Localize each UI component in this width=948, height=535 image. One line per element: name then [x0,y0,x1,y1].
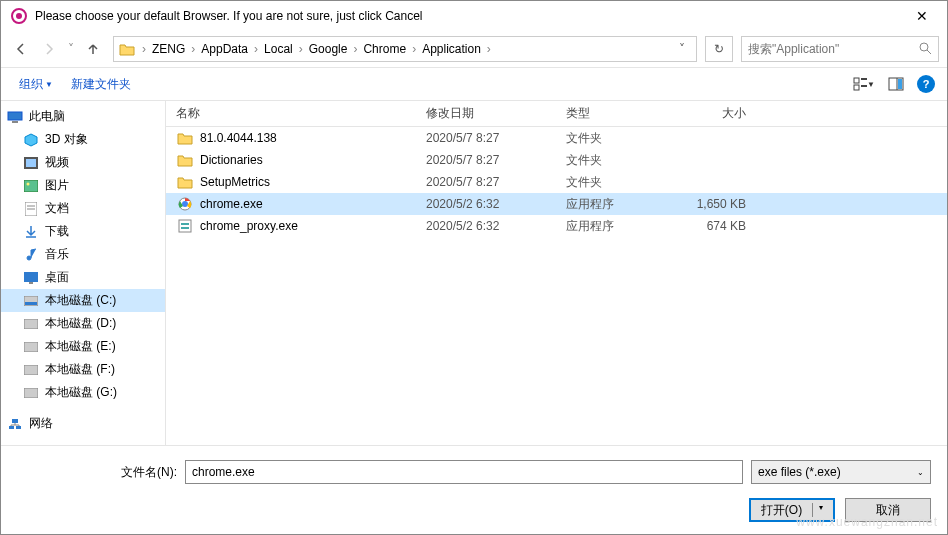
svg-rect-15 [24,180,38,192]
filename-input[interactable] [185,460,743,484]
drive-icon [23,385,39,401]
open-button[interactable]: 打开(O)▾ [749,498,835,522]
breadcrumb[interactable]: Chrome [359,42,410,56]
breadcrumb[interactable]: Local [260,42,297,56]
document-icon [23,201,39,217]
file-row[interactable]: chrome.exe2020/5/2 6:32应用程序1,650 KB [166,193,947,215]
column-type[interactable]: 类型 [566,105,676,122]
breadcrumb[interactable]: Google [305,42,352,56]
recent-dropdown[interactable]: ˅ [65,42,77,56]
sidebar-item-drive-e[interactable]: 本地磁盘 (E:) [1,335,165,358]
svg-rect-21 [29,282,33,284]
breadcrumb[interactable]: ZENG [148,42,189,56]
filetype-filter[interactable]: exe files (*.exe) ⌄ [751,460,931,484]
file-row[interactable]: chrome_proxy.exe2020/5/2 6:32应用程序674 KB [166,215,947,237]
folder-icon [176,130,194,146]
breadcrumb[interactable]: AppData [197,42,252,56]
sidebar-item-videos[interactable]: 视频 [1,151,165,174]
sidebar-item-music[interactable]: 音乐 [1,243,165,266]
sidebar-item-pc[interactable]: 此电脑 [1,105,165,128]
svg-rect-6 [854,85,859,90]
back-button[interactable] [9,37,33,61]
svg-point-1 [16,13,22,19]
column-date[interactable]: 修改日期 [426,105,566,122]
cancel-button[interactable]: 取消 [845,498,931,522]
svg-rect-34 [181,223,189,225]
preview-pane-button[interactable] [885,73,907,95]
close-button[interactable]: ✕ [907,8,937,24]
sidebar-item-drive-f[interactable]: 本地磁盘 (F:) [1,358,165,381]
search-icon [918,41,932,58]
address-bar[interactable]: › ZENG› AppData› Local› Google› Chrome› … [113,36,697,62]
svg-point-32 [182,201,188,207]
file-type: 文件夹 [566,174,676,191]
forward-button[interactable] [37,37,61,61]
svg-rect-29 [9,426,14,429]
file-list: 81.0.4044.1382020/5/7 8:27文件夹Dictionarie… [166,127,947,445]
svg-point-2 [920,43,928,51]
video-icon [23,155,39,171]
svg-rect-11 [8,112,22,120]
file-size: 674 KB [676,219,746,233]
svg-rect-20 [24,272,38,282]
column-header-row: 名称 修改日期 类型 大小 [166,101,947,127]
file-date: 2020/5/2 6:32 [426,197,566,211]
cube-icon [23,132,39,148]
file-row[interactable]: SetupMetrics2020/5/7 8:27文件夹 [166,171,947,193]
window-title: Please choose your default Browser. If y… [35,9,907,23]
svg-rect-12 [12,121,18,123]
chevron-down-icon: ▼ [45,80,53,89]
sidebar-item-documents[interactable]: 文档 [1,197,165,220]
sidebar-item-drive-g[interactable]: 本地磁盘 (G:) [1,381,165,404]
sidebar-item-drive-c[interactable]: 本地磁盘 (C:) [1,289,165,312]
svg-point-16 [27,182,30,185]
sidebar: 此电脑 3D 对象 视频 图片 文档 下载 音乐 桌面 本地磁盘 (C:) 本地… [1,101,166,445]
svg-rect-24 [24,319,38,329]
svg-rect-14 [26,159,36,167]
file-type: 应用程序 [566,218,676,235]
organize-menu[interactable]: 组织 ▼ [13,74,59,95]
sidebar-item-desktop[interactable]: 桌面 [1,266,165,289]
svg-rect-33 [179,220,191,232]
picture-icon [23,178,39,194]
svg-line-3 [927,50,931,54]
file-name: chrome_proxy.exe [200,219,426,233]
network-icon [7,416,23,432]
help-button[interactable]: ? [917,75,935,93]
svg-rect-25 [24,342,38,352]
app-icon [11,8,27,24]
sidebar-item-downloads[interactable]: 下载 [1,220,165,243]
drive-icon [23,339,39,355]
svg-rect-30 [16,426,21,429]
sidebar-item-drive-d[interactable]: 本地磁盘 (D:) [1,312,165,335]
address-dropdown[interactable]: ˅ [672,42,692,56]
file-name: chrome.exe [200,197,426,211]
download-icon [23,224,39,240]
file-row[interactable]: Dictionaries2020/5/7 8:27文件夹 [166,149,947,171]
desktop-icon [23,270,39,286]
drive-icon [23,316,39,332]
column-size[interactable]: 大小 [676,105,746,122]
search-input[interactable]: 搜索"Application" [741,36,939,62]
column-name[interactable]: 名称 [176,105,426,122]
svg-rect-27 [24,388,38,398]
filename-label: 文件名(N): [17,464,177,481]
file-size: 1,650 KB [676,197,746,211]
up-button[interactable] [81,37,105,61]
breadcrumb[interactable]: Application [418,42,485,56]
file-date: 2020/5/2 6:32 [426,219,566,233]
svg-rect-26 [24,365,38,375]
sidebar-item-3d[interactable]: 3D 对象 [1,128,165,151]
drive-icon [23,293,39,309]
sidebar-item-pictures[interactable]: 图片 [1,174,165,197]
new-folder-button[interactable]: 新建文件夹 [65,74,137,95]
sidebar-item-network[interactable]: 网络 [1,412,165,435]
view-options-button[interactable]: ▼ [853,73,875,95]
chevron-right-icon: › [140,42,148,56]
refresh-button[interactable]: ↻ [705,36,733,62]
file-date: 2020/5/7 8:27 [426,131,566,145]
svg-rect-35 [181,227,189,229]
file-row[interactable]: 81.0.4044.1382020/5/7 8:27文件夹 [166,127,947,149]
file-name: 81.0.4044.138 [200,131,426,145]
search-placeholder: 搜索"Application" [748,41,839,58]
